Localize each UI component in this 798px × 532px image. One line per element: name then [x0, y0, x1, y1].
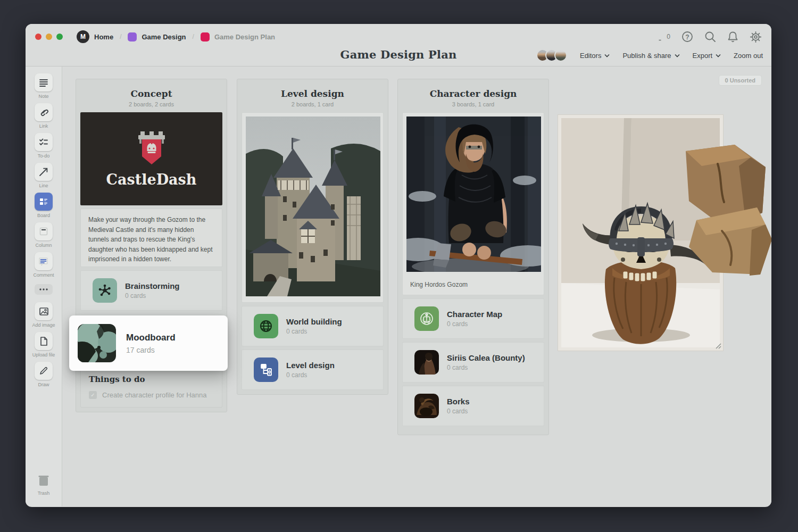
editors-menu[interactable]: Editors — [580, 52, 610, 60]
unsorted-badge[interactable]: 0 Unsorted — [719, 75, 762, 86]
add-image-icon — [38, 306, 49, 317]
breadcrumb-separator: / — [193, 33, 194, 40]
breadcrumb-home[interactable]: Home — [94, 33, 113, 41]
viking-photo — [406, 117, 541, 272]
upload-file-icon — [38, 336, 49, 347]
tool-comment[interactable]: Comment — [33, 252, 54, 278]
ellipsis-icon — [39, 288, 48, 291]
app-logo-icon[interactable]: M — [77, 30, 89, 43]
skull-photo-card[interactable] — [558, 114, 724, 351]
tool-line[interactable]: Line — [35, 163, 53, 188]
export-menu[interactable]: Export — [693, 52, 721, 60]
tool-draw[interactable]: Draw — [35, 362, 53, 387]
column-icon — [38, 226, 49, 237]
bell-icon — [727, 31, 738, 43]
tool-upload-file[interactable]: Upload file — [32, 332, 55, 358]
castledash-logo-card[interactable]: CastleDash — [80, 112, 222, 205]
todo-checkbox[interactable]: ✓ — [89, 391, 97, 399]
phone-icon — [656, 31, 664, 43]
todo-title: Things to do — [89, 375, 214, 384]
board-siriis-calea[interactable]: Siriis Calea (Bounty) 0 cards — [402, 342, 544, 383]
column-subtitle: 2 boards, 1 card — [242, 101, 384, 107]
tool-comment-label: Comment — [33, 272, 54, 278]
castle-photo-card[interactable] — [242, 112, 384, 303]
draw-icon — [38, 365, 49, 376]
line-icon — [38, 166, 49, 178]
mobile-devices-button[interactable]: 0 — [656, 31, 670, 43]
tool-line-label: Line — [39, 183, 48, 188]
header: M Home / Game Design / Game Design Plan … — [26, 24, 771, 66]
traffic-lights — [35, 34, 63, 40]
photo-caption: King Hordos Gozom — [406, 274, 540, 291]
tool-add-image[interactable]: Add image — [32, 302, 55, 328]
trash-dropzone[interactable]: Trash — [36, 472, 52, 496]
board-icon — [38, 196, 49, 207]
castle-photo — [246, 117, 380, 296]
tool-column-label: Column — [35, 243, 52, 248]
editor-avatars[interactable] — [536, 49, 567, 62]
notifications-button[interactable] — [727, 31, 738, 43]
search-icon — [704, 31, 716, 43]
tool-note[interactable]: Note — [35, 73, 53, 99]
board-brainstorming[interactable]: Brainstorming 0 cards — [80, 270, 222, 311]
help-button[interactable]: ? — [681, 31, 693, 43]
board-name: Siriis Calea (Bounty) — [447, 353, 525, 362]
tool-board-label: Board — [37, 213, 50, 218]
things-to-do-card[interactable]: Things to do ✓ Create character profile … — [80, 368, 222, 408]
character-map-board-icon — [414, 306, 439, 331]
board-name: Moodboard — [126, 332, 176, 343]
board-count: 17 cards — [126, 346, 176, 354]
board-name: Brainstorming — [125, 281, 180, 290]
close-window-button[interactable] — [35, 34, 41, 40]
breadcrumb: M Home / Game Design / Game Design Plan — [77, 30, 275, 43]
board-count: 0 cards — [286, 371, 335, 379]
castledash-wordmark: CastleDash — [106, 171, 197, 188]
tool-board[interactable]: Board — [35, 193, 53, 218]
board-level-design[interactable]: Level design 0 cards — [242, 350, 384, 390]
column-title[interactable]: Character design — [402, 88, 544, 99]
column-level-design[interactable]: Level design 2 boards, 1 card — [237, 79, 388, 395]
comment-icon — [38, 256, 49, 267]
breadcrumb-current: Game Design Plan — [214, 33, 275, 41]
device-count: 0 — [667, 33, 670, 40]
chevron-down-icon — [604, 54, 610, 57]
tool-note-label: Note — [38, 94, 48, 99]
board-chip-purple-icon[interactable] — [128, 32, 137, 41]
column-character-design[interactable]: Character design 3 boards, 1 card — [397, 79, 549, 435]
note-icon — [38, 77, 49, 88]
column-title[interactable]: Level design — [242, 88, 384, 99]
board-world-building[interactable]: World building 0 cards — [242, 306, 384, 346]
more-tools-button[interactable] — [35, 284, 53, 295]
maximize-window-button[interactable] — [56, 34, 63, 40]
tool-column[interactable]: Column — [35, 222, 53, 248]
board-character-map[interactable]: Character Map 0 cards — [402, 298, 544, 339]
resize-handle[interactable] — [714, 342, 721, 349]
tool-sidebar: Note Link To-do Line Board Column — [26, 66, 62, 506]
viking-photo-card[interactable]: King Hordos Gozom — [402, 112, 544, 295]
column-title[interactable]: Concept — [80, 88, 222, 99]
tool-link[interactable]: Link — [35, 103, 53, 129]
trash-label: Trash — [38, 491, 50, 496]
siriis-calea-thumbnail — [414, 350, 439, 375]
brainstorming-board-icon — [93, 278, 117, 303]
minimize-window-button[interactable] — [46, 34, 52, 40]
tool-upload-file-label: Upload file — [32, 352, 55, 358]
board-count: 0 cards — [286, 328, 342, 335]
tool-todo[interactable]: To-do — [35, 133, 53, 159]
zoom-out-button[interactable]: Zoom out — [734, 52, 763, 60]
search-button[interactable] — [704, 31, 716, 43]
settings-button[interactable] — [750, 31, 762, 43]
moodboard-card-dragging[interactable]: Moodboard 17 cards — [69, 315, 228, 371]
publish-share-menu[interactable]: Publish & share — [622, 52, 679, 60]
chevron-down-icon — [716, 54, 721, 57]
board-canvas[interactable]: 0 Unsorted Concept 2 boards, 2 cards — [62, 66, 771, 506]
board-chip-crimson-icon[interactable] — [201, 32, 210, 41]
board-name: Character Map — [447, 310, 502, 319]
svg-text:?: ? — [685, 34, 689, 41]
concept-note-card[interactable]: Make your way through the Gozom to the M… — [80, 209, 222, 267]
castledash-shield-icon — [133, 130, 170, 167]
breadcrumb-game-design[interactable]: Game Design — [142, 33, 186, 41]
board-borks[interactable]: Borks 0 cards — [402, 386, 544, 426]
column-subtitle: 3 boards, 1 card — [402, 101, 544, 107]
board-name: Borks — [447, 397, 470, 406]
